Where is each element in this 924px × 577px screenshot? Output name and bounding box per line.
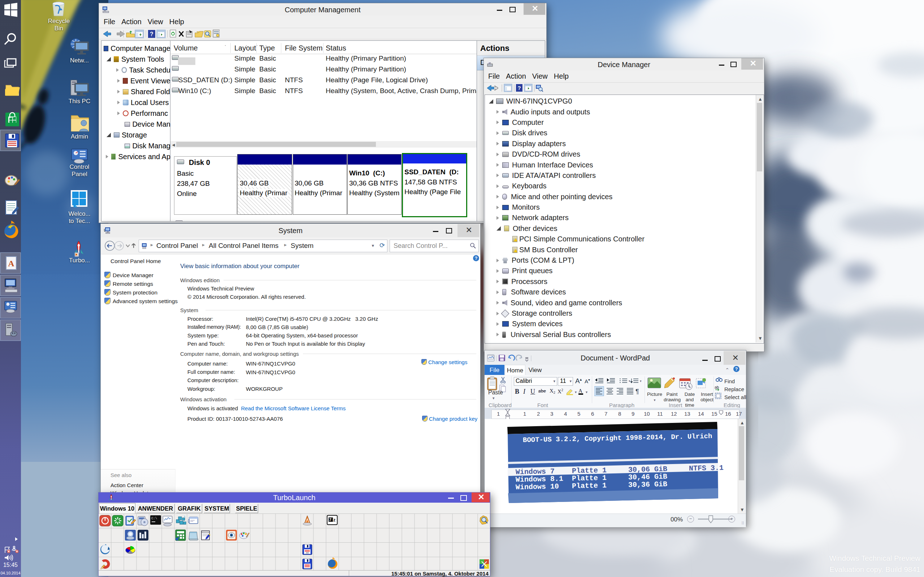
svg-text:-64-: -64- xyxy=(305,552,309,554)
svg-text:?: ? xyxy=(517,85,521,91)
svg-text:?: ? xyxy=(150,31,153,37)
svg-text:▾: ▾ xyxy=(640,379,641,383)
svg-text:A: A xyxy=(578,388,582,394)
svg-text:▾: ▾ xyxy=(628,379,630,383)
svg-text:▾: ▾ xyxy=(575,390,577,394)
svg-text:04.10.2014: 04.10.2014 xyxy=(0,571,20,575)
svg-text:ab: ab xyxy=(715,385,719,389)
svg-text:¶: ¶ xyxy=(635,388,639,395)
svg-text:C:\: C:\ xyxy=(151,517,157,521)
svg-text:7: 7 xyxy=(329,517,331,522)
svg-text:z: z xyxy=(333,517,336,522)
svg-text:15:45: 15:45 xyxy=(3,562,18,568)
svg-text:▾: ▾ xyxy=(586,390,588,394)
